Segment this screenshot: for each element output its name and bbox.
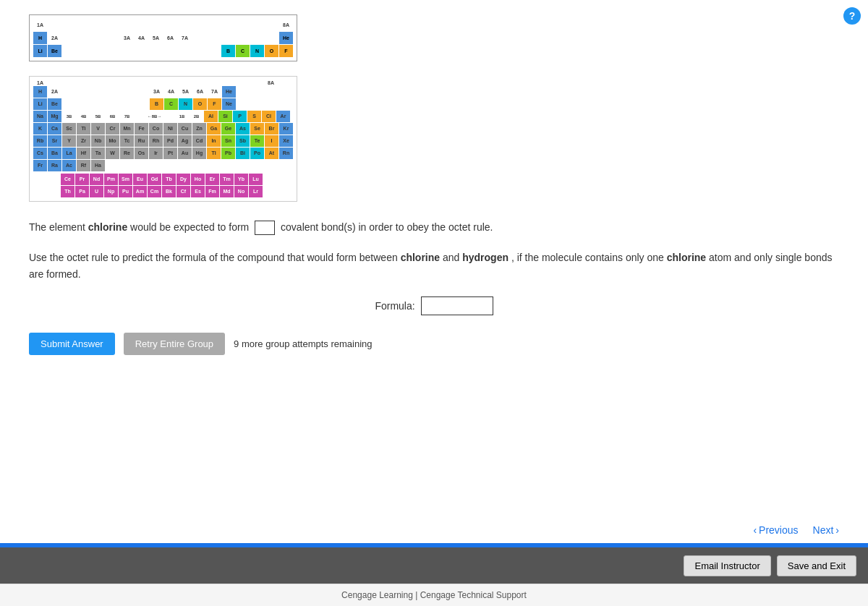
action-buttons-area: Submit Answer Retry Entire Group 9 more …	[29, 333, 839, 355]
retry-group-button[interactable]: Retry Entire Group	[124, 333, 225, 355]
footer-technical-support: Cengage Technical Support	[420, 590, 527, 600]
q2-prefix: Use the octet rule to predict the formul…	[29, 252, 401, 263]
q2-suffix: , if the molecule contains only one	[509, 252, 667, 263]
q2-element2: hydrogen	[462, 252, 509, 263]
q2-connector: and	[440, 252, 462, 263]
periodic-table-visual: 1A 8A H 2A 3A 4A 5A 6A 7A He	[29, 76, 839, 202]
previous-link[interactable]: ‹ Previous	[753, 524, 798, 536]
next-link[interactable]: Next ›	[813, 524, 839, 536]
attempts-remaining: 9 more group attempts remaining	[234, 338, 372, 349]
save-and-exit-button[interactable]: Save and Exit	[777, 555, 856, 576]
next-label: Next	[813, 524, 834, 536]
email-instructor-button[interactable]: Email Instructor	[684, 555, 770, 576]
q1-suffix: covalent bond(s) in order to obey the oc…	[281, 221, 493, 233]
chevron-right-icon: ›	[835, 524, 839, 536]
previous-label: Previous	[759, 524, 798, 536]
submit-answer-button[interactable]: Submit Answer	[29, 333, 115, 355]
chevron-left-icon: ‹	[753, 524, 757, 536]
footer-cengage-learning: Cengage Learning	[341, 590, 413, 600]
question1-section: The element chlorine would be expected t…	[29, 219, 839, 235]
formula-section: Formula:	[29, 296, 839, 315]
q1-middle: would be expected to form	[127, 221, 249, 233]
bond-count-input[interactable]	[255, 221, 275, 235]
help-icon[interactable]: ?	[843, 7, 861, 25]
formula-label: Formula:	[375, 300, 414, 312]
q2-element1: chlorine	[401, 252, 440, 263]
navigation-bar: ‹ Previous Next ›	[0, 517, 868, 543]
periodic-table-container: 1A 8A H 2A 3A4A5A6A7A He	[29, 14, 839, 61]
q1-element1: chlorine	[88, 221, 127, 233]
question2-section: Use the octet rule to predict the formul…	[29, 249, 839, 282]
q2-element3: chlorine	[667, 252, 706, 263]
bottom-action-bar: Email Instructor Save and Exit	[0, 547, 868, 584]
footer-bar: Cengage Learning | Cengage Technical Sup…	[0, 584, 868, 606]
q1-prefix: The element	[29, 221, 88, 233]
formula-input[interactable]	[421, 296, 493, 315]
